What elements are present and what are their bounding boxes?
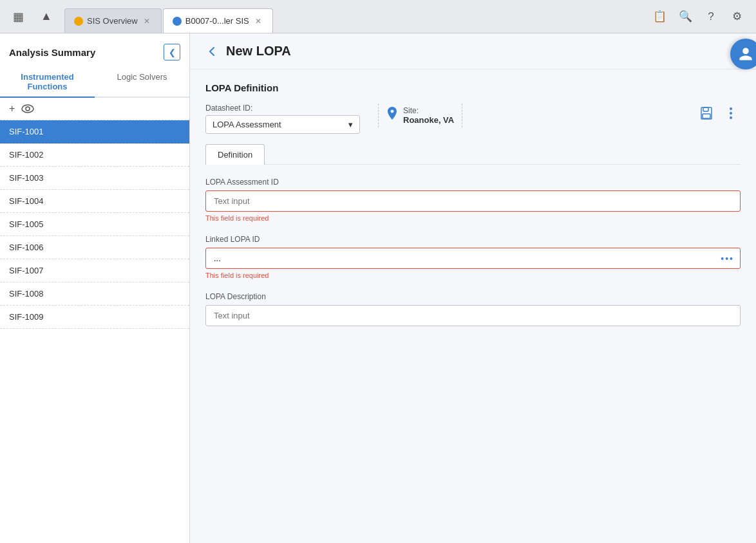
sidebar-item-sif1006[interactable]: SIF-1006: [0, 236, 189, 259]
datasheet-label: Datasheet ID:: [205, 104, 360, 113]
sidebar-header: Analysis Summary ❮: [0, 33, 189, 67]
more-options-icon[interactable]: [721, 104, 741, 123]
main-body: Analysis Summary ❮ Instrumented Function…: [0, 33, 756, 543]
sidebar-item-sif1005-label: SIF-1005: [9, 219, 43, 229]
tab-sis-overview-label: SIS Overview: [87, 16, 138, 26]
back-button[interactable]: [205, 45, 218, 58]
sidebar-item-sif1006-label: SIF-1006: [9, 243, 43, 252]
linked-lopa-label: Linked LOPA ID: [205, 235, 741, 244]
sidebar-item-sif1004[interactable]: SIF-1004: [0, 190, 189, 213]
sidebar-item-sif1003-label: SIF-1003: [9, 173, 43, 183]
collapse-icon: ❮: [169, 48, 176, 57]
sidebar-list: SIF-1001 SIF-1002 SIF-1003 SIF-1004 SIF-…: [0, 120, 189, 543]
add-button[interactable]: +: [9, 103, 15, 115]
linked-lopa-group: Linked LOPA ID ••• This field is require…: [205, 235, 741, 279]
tab-sis-overview-close[interactable]: ✕: [142, 16, 152, 26]
sidebar-item-sif1002[interactable]: SIF-1002: [0, 143, 189, 167]
site-value: Roanoke, VA: [403, 115, 454, 125]
linked-lopa-error: This field is required: [205, 272, 741, 279]
clipboard-icon[interactable]: 📋: [648, 5, 671, 28]
assessment-id-group: LOPA Assessment ID This field is require…: [205, 178, 741, 222]
description-input[interactable]: [205, 305, 741, 326]
svg-rect-3: [703, 107, 708, 111]
svg-point-1: [26, 107, 30, 111]
sidebar-tab-logic-label: Logic Solvers: [117, 72, 167, 82]
tab-b0007[interactable]: B0007-0...ler SIS ✕: [163, 8, 273, 33]
tab-b0007-close[interactable]: ✕: [253, 16, 263, 26]
sidebar-item-sif1007[interactable]: SIF-1007: [0, 259, 189, 282]
tabs-bar: SIS Overview ✕ B0007-0...ler SIS ✕: [64, 0, 640, 33]
sidebar-item-sif1002-label: SIF-1002: [9, 150, 43, 160]
svg-point-0: [22, 105, 33, 113]
form-tab-definition-label: Definition: [218, 150, 252, 160]
form-area: LOPA Definition Datasheet ID: LOPA Asses…: [190, 69, 756, 543]
linked-lopa-dots-button[interactable]: •••: [721, 253, 734, 264]
sidebar-tab-instrumented[interactable]: Instrumented Functions: [0, 67, 95, 98]
sidebar-item-sif1001-label: SIF-1001: [9, 127, 43, 136]
location-icon: [386, 107, 398, 124]
assessment-id-error: This field is required: [205, 214, 741, 222]
datasheet-value: LOPA Assessment: [213, 120, 281, 129]
assessment-id-input[interactable]: [205, 190, 741, 212]
datasheet-row: Datasheet ID: LOPA Assessment ▾: [205, 104, 741, 134]
sidebar-title: Analysis Summary: [9, 47, 95, 58]
site-info: Site: Roanoke, VA: [378, 104, 462, 127]
sidebar-tab-instrumented-label: Instrumented Functions: [21, 72, 73, 91]
content: New LOPA LOPA Definition Datasheet ID: L…: [190, 33, 756, 543]
action-icons: [697, 104, 741, 123]
linked-lopa-wrapper: •••: [205, 248, 741, 269]
tab-icon-blue: [173, 17, 182, 26]
grid-icon[interactable]: ▦: [5, 4, 31, 30]
page-header: New LOPA: [190, 33, 756, 69]
chevron-down-icon: ▾: [348, 120, 353, 129]
sidebar-item-sif1007-label: SIF-1007: [9, 266, 43, 275]
form-tab-definition[interactable]: Definition: [205, 144, 265, 165]
settings-icon[interactable]: ⚙: [725, 5, 748, 28]
svg-rect-4: [703, 114, 710, 118]
triangle-icon[interactable]: ▲: [33, 4, 59, 30]
tab-icon-gold: [74, 17, 83, 26]
sidebar-tabs: Instrumented Functions Logic Solvers: [0, 67, 189, 98]
help-icon[interactable]: ?: [699, 5, 723, 28]
sidebar-tab-logic[interactable]: Logic Solvers: [95, 67, 189, 98]
toolbar-left-icons: ▦ ▲: [0, 4, 64, 30]
sidebar-actions: +: [0, 98, 189, 120]
sidebar-item-sif1003[interactable]: SIF-1003: [0, 167, 189, 190]
view-button[interactable]: [21, 104, 34, 113]
svg-point-7: [730, 116, 732, 119]
linked-lopa-input[interactable]: [205, 248, 741, 269]
svg-point-5: [730, 107, 732, 110]
save-icon[interactable]: [697, 104, 716, 123]
datasheet-group: Datasheet ID: LOPA Assessment ▾: [205, 104, 360, 134]
sidebar-item-sif1008-label: SIF-1008: [9, 289, 43, 299]
sidebar-item-sif1009-label: SIF-1009: [9, 312, 43, 322]
description-label: LOPA Description: [205, 292, 741, 301]
avatar[interactable]: [730, 39, 756, 69]
search-icon[interactable]: 🔍: [674, 5, 697, 28]
top-toolbar: ▦ ▲ SIS Overview ✕ B0007-0...ler SIS ✕ 📋…: [0, 0, 756, 33]
right-toolbar: 📋 🔍 ? ⚙: [640, 5, 756, 28]
sidebar-item-sif1009[interactable]: SIF-1009: [0, 306, 189, 329]
sidebar-item-sif1005[interactable]: SIF-1005: [0, 213, 189, 236]
content-wrapper: New LOPA LOPA Definition Datasheet ID: L…: [190, 33, 756, 543]
datasheet-select[interactable]: LOPA Assessment ▾: [205, 115, 360, 134]
description-group: LOPA Description: [205, 292, 741, 326]
section-title: LOPA Definition: [205, 82, 741, 93]
sidebar-item-sif1004-label: SIF-1004: [9, 196, 43, 206]
form-tabs: Definition: [205, 144, 741, 165]
site-text: Site: Roanoke, VA: [403, 106, 454, 125]
site-label: Site:: [403, 106, 454, 115]
assessment-id-label: LOPA Assessment ID: [205, 178, 741, 187]
page-title: New LOPA: [226, 44, 291, 59]
sidebar: Analysis Summary ❮ Instrumented Function…: [0, 33, 190, 543]
sidebar-item-sif1008[interactable]: SIF-1008: [0, 282, 189, 306]
sidebar-item-sif1001[interactable]: SIF-1001: [0, 120, 189, 143]
tab-b0007-label: B0007-0...ler SIS: [185, 16, 249, 26]
sidebar-collapse-button[interactable]: ❮: [164, 44, 180, 60]
svg-point-6: [730, 112, 732, 115]
tab-sis-overview[interactable]: SIS Overview ✕: [64, 8, 162, 33]
